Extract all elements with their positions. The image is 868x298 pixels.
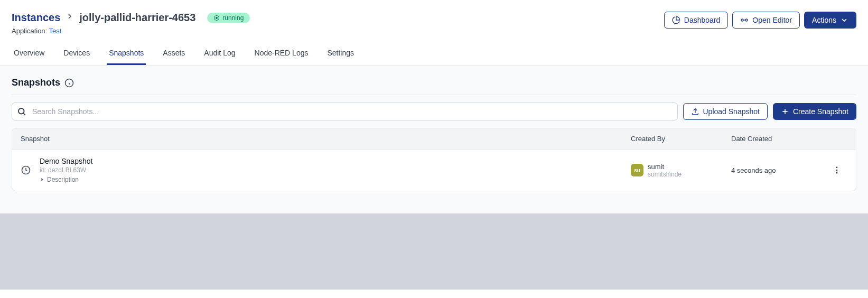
upload-snapshot-button[interactable]: Upload Snapshot	[683, 103, 768, 120]
editor-icon	[740, 16, 749, 24]
column-header-snapshot: Snapshot	[21, 135, 631, 143]
description-toggle[interactable]: Description	[40, 176, 92, 183]
plus-icon	[781, 107, 789, 116]
status-badge: running	[207, 13, 250, 23]
pie-chart-icon	[672, 16, 680, 24]
svg-line-8	[23, 113, 25, 115]
table-row: Demo Snapshot id: dezqLBL63W Description…	[12, 149, 856, 191]
column-header-date-created: Date Created	[731, 135, 826, 143]
actions-dropdown[interactable]: Actions	[804, 12, 856, 29]
snapshots-table: Snapshot Created By Date Created Demo Sn…	[12, 128, 856, 191]
info-icon[interactable]	[64, 78, 74, 88]
avatar: su	[631, 164, 643, 176]
user-handle: sumitshinde	[648, 171, 682, 178]
breadcrumb: Instances jolly-pallid-harrier-4653 runn…	[12, 12, 250, 24]
svg-point-3	[745, 19, 748, 21]
tab-devices[interactable]: Devices	[61, 44, 92, 65]
clock-icon	[21, 165, 31, 175]
page-title: Snapshots	[12, 77, 856, 88]
svg-point-7	[18, 108, 24, 114]
search-input[interactable]	[12, 103, 678, 120]
target-icon	[213, 15, 220, 21]
tabs: Overview Devices Snapshots Assets Audit …	[0, 44, 868, 66]
triangle-right-icon	[40, 177, 45, 182]
snapshot-id: id: dezqLBL63W	[40, 166, 92, 174]
svg-point-16	[836, 172, 838, 174]
dashboard-button[interactable]: Dashboard	[664, 12, 729, 29]
svg-point-2	[741, 19, 743, 21]
svg-point-15	[836, 170, 838, 171]
tab-audit-log[interactable]: Audit Log	[202, 44, 237, 65]
chevron-right-icon	[66, 12, 74, 23]
column-header-created-by: Created By	[631, 135, 731, 143]
svg-marker-13	[41, 178, 43, 181]
footer-spacer	[0, 213, 868, 290]
date-created: 4 seconds ago	[731, 166, 826, 174]
tab-node-red-logs[interactable]: Node-RED Logs	[253, 44, 311, 65]
tab-snapshots[interactable]: Snapshots	[107, 44, 146, 65]
upload-icon	[691, 107, 699, 116]
breadcrumb-instances-link[interactable]: Instances	[12, 12, 60, 24]
tab-overview[interactable]: Overview	[12, 44, 46, 65]
create-snapshot-button[interactable]: Create Snapshot	[773, 103, 856, 120]
instance-name: jolly-pallid-harrier-4653	[79, 12, 195, 24]
kebab-icon	[832, 165, 842, 175]
open-editor-button[interactable]: Open Editor	[732, 12, 800, 29]
chevron-down-icon	[840, 16, 848, 24]
snapshot-name: Demo Snapshot	[40, 157, 92, 165]
tab-settings[interactable]: Settings	[325, 44, 356, 65]
divider	[12, 95, 856, 95]
user-name: sumit	[648, 163, 682, 171]
application-link[interactable]: Test	[49, 27, 62, 35]
search-icon	[17, 107, 26, 116]
tab-assets[interactable]: Assets	[161, 44, 187, 65]
svg-point-14	[836, 166, 838, 168]
row-menu-button[interactable]	[826, 165, 847, 175]
svg-point-1	[216, 17, 218, 18]
application-subline: Application: Test	[12, 27, 250, 35]
